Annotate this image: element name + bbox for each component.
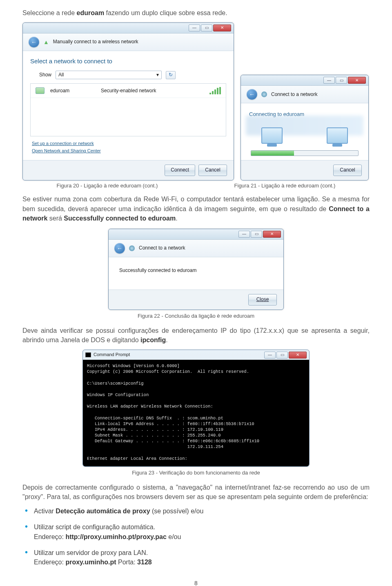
- dialog-footer: Cancel: [241, 160, 368, 180]
- minimize-button[interactable]: —: [238, 231, 250, 238]
- network-row-eduroam[interactable]: eduroam Security-enabled network: [31, 84, 226, 98]
- progress-bar: [251, 150, 359, 156]
- close-button[interactable]: ✕: [263, 231, 281, 238]
- refresh-button[interactable]: ↻: [166, 71, 176, 79]
- minimize-button[interactable]: —: [264, 352, 276, 359]
- close-button-footer[interactable]: Close: [248, 294, 277, 305]
- maximize-button[interactable]: ▭: [251, 231, 262, 238]
- dialog-header-title: Connect to a network: [139, 245, 185, 252]
- paragraph-proxy: Depois de correctamente configurado o si…: [22, 483, 370, 501]
- figure-22-caption: Figura 22 - Conclusão da ligação è rede …: [22, 312, 370, 320]
- p1-t1: Se estiver numa zona com cobertura da Re…: [22, 196, 370, 212]
- intro-prefix: Seleccione a rede: [22, 9, 77, 16]
- paragraph-ipconfig: Deve ainda verificar se possui configura…: [22, 326, 370, 345]
- intro-suffix: fazendo um duplo clique sobre essa rede.: [104, 9, 227, 16]
- command-prompt-window: Command Prompt — ▭ ✕ Microsoft Windows […: [82, 350, 310, 467]
- b3-l1: Utilizar um servidor de proxy para LAN.: [34, 549, 148, 556]
- figure-20-caption: Figura 20 - Ligação à rede eduroam (cont…: [22, 182, 192, 190]
- titlebar: — ▭ ✕: [23, 23, 234, 33]
- dialog-success: — ▭ ✕ ← Connect to a network Successfull…: [108, 229, 284, 310]
- b2-l1: Utilizar script de configuração automáti…: [34, 524, 155, 530]
- close-button[interactable]: ✕: [289, 352, 307, 359]
- network-name: eduroam: [50, 87, 95, 94]
- cmd-titlebar: Command Prompt — ▭ ✕: [83, 350, 309, 360]
- p1-b2: Successfully connected to eduroam: [64, 215, 176, 222]
- dialog-header: ← Connect to a network: [109, 240, 283, 257]
- p2-t1: Deve ainda verificar se possui configura…: [22, 327, 370, 343]
- dialog-links: Set up a connection or network Open Netw…: [30, 136, 226, 156]
- captions-row: Figura 20 - Ligação à rede eduroam (cont…: [22, 182, 370, 190]
- cmd-title-text: Command Prompt: [94, 352, 130, 358]
- dialog-header-title: Manually connect to a wireless network: [53, 38, 138, 45]
- dialog-connecting: — ▭ ✕ ← Connect to a network Connecting …: [241, 75, 369, 180]
- refresh-icon: ↻: [169, 71, 173, 78]
- dialog-select-network: — ▭ ✕ ← ▲ Manually connect to a wireless…: [22, 22, 234, 180]
- b1-t2: (se possível) e/ou: [150, 508, 204, 515]
- figures-row: — ▭ ✕ ← ▲ Manually connect to a wireless…: [22, 22, 370, 182]
- dialog-footer: Close: [109, 290, 283, 309]
- show-label: Show: [39, 71, 51, 78]
- dialog-header: ← Connect to a network: [241, 86, 368, 103]
- close-button[interactable]: ✕: [213, 25, 231, 31]
- maximize-button[interactable]: ▭: [201, 25, 212, 31]
- dialog-header: ← ▲ Manually connect to a wireless netwo…: [23, 33, 234, 51]
- maximize-button[interactable]: ▭: [336, 77, 347, 84]
- back-icon[interactable]: ←: [114, 243, 125, 254]
- dialog-footer: Connect Cancel: [23, 160, 234, 180]
- close-label: Close: [256, 296, 269, 302]
- globe-icon: [261, 91, 267, 97]
- show-filter-row: Show All ▾ ↻: [39, 71, 226, 79]
- dialog-body: Connecting to eduroam: [241, 103, 368, 160]
- titlebar: — ▭ ✕: [109, 229, 283, 240]
- close-button[interactable]: ✕: [348, 77, 366, 84]
- paragraph-cobertura: Se estiver numa zona com cobertura da Re…: [22, 194, 370, 223]
- connect-button[interactable]: Connect: [165, 165, 195, 176]
- b2-l2a: Endereço:: [34, 533, 65, 540]
- minimize-button[interactable]: —: [189, 25, 200, 31]
- link-setup-connection[interactable]: Set up a connection or network: [32, 140, 225, 147]
- progress-fill: [251, 151, 294, 156]
- b3-l2d: 3128: [137, 559, 152, 566]
- maximize-button[interactable]: ▭: [276, 352, 288, 359]
- dialog-body: Select a network to connect to Show All …: [23, 51, 234, 160]
- success-message: Successfully connected to eduroam: [117, 264, 275, 284]
- signal-bars-icon: [209, 87, 221, 94]
- pc-right-icon: [327, 127, 348, 144]
- cancel-button[interactable]: Cancel: [198, 165, 227, 176]
- bullet-script-config: Utilizar script de configuração automáti…: [34, 522, 370, 541]
- cmd-icon: [85, 352, 91, 357]
- p2-t2: .: [166, 336, 167, 343]
- dialog-header-title: Connect to a network: [271, 91, 317, 98]
- b3-l2c: Porta:: [116, 559, 138, 566]
- p2-b1: ipconfig: [140, 336, 166, 343]
- show-dropdown[interactable]: All ▾: [56, 71, 162, 79]
- figure-22: — ▭ ✕ ← Connect to a network Successfull…: [108, 229, 284, 310]
- b2-l2b: http://proxy.uminho.pt/proxy.pac: [65, 533, 166, 540]
- pc-left-icon: [261, 127, 283, 144]
- proxy-bullet-list: Activar Detecção automática de proxy (se…: [22, 506, 370, 567]
- cmd-output: Microsoft Windows [Version 6.0.6000] Cop…: [83, 360, 309, 466]
- network-list: eduroam Security-enabled network: [30, 83, 226, 136]
- bullet-auto-detect: Activar Detecção automática de proxy (se…: [34, 506, 370, 516]
- figure-20: — ▭ ✕ ← ▲ Manually connect to a wireless…: [22, 22, 234, 182]
- cmd-title-left: Command Prompt: [85, 352, 130, 358]
- b1-t1: Activar: [34, 508, 56, 515]
- network-pc-icon: [36, 87, 45, 94]
- intro-text: Seleccione a rede eduroam fazendo um dup…: [22, 8, 370, 18]
- intro-bold: eduroam: [77, 9, 105, 16]
- figure-23-caption: Figura 23 - Verificação do bom funcionam…: [22, 469, 370, 477]
- figure-21-caption: Figura 21 - Ligação à rede eduroam (cont…: [200, 182, 370, 190]
- globe-icon: [129, 245, 135, 251]
- dialog-heading: Select a network to connect to: [30, 57, 226, 66]
- dialog-body: Successfully connected to eduroam: [109, 257, 283, 290]
- connection-icons-row: [249, 123, 360, 150]
- bullet-proxy-server: Utilizar um servidor de proxy para LAN. …: [34, 548, 370, 567]
- cancel-button[interactable]: Cancel: [333, 165, 362, 176]
- back-icon[interactable]: ←: [247, 89, 257, 100]
- page-number: 8: [22, 579, 370, 586]
- back-icon[interactable]: ←: [29, 37, 39, 47]
- link-open-sharing-center[interactable]: Open Network and Sharing Center: [32, 148, 225, 154]
- b1-b: Detecção automática de proxy: [56, 508, 150, 515]
- minimize-button[interactable]: —: [323, 77, 335, 84]
- show-value: All: [58, 71, 64, 78]
